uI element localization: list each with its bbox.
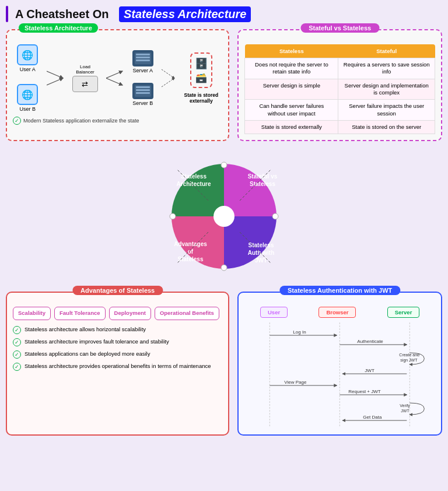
user-a-label: User A	[20, 66, 36, 72]
server-a-label: Server A	[132, 68, 153, 73]
adv-tag: Fault Tolerance	[54, 307, 106, 320]
adv-tags: ScalabilityFault ToleranceDeploymentOper…	[13, 307, 222, 320]
adv-item-text: Stateless applications can be deployed m…	[24, 350, 150, 357]
check-icon: ✓	[13, 363, 21, 371]
state-arrow-svg	[162, 61, 176, 96]
svg-point-9	[221, 265, 227, 271]
state-arrows	[162, 61, 176, 96]
svg-line-3	[106, 78, 123, 85]
server-b-label: Server B	[132, 100, 153, 106]
adv-item-text: Stateless architecture improves fault to…	[24, 338, 169, 345]
user-b-icon: 🌐	[17, 84, 38, 105]
stateless-cell: Can handle server failures without user …	[245, 100, 338, 121]
adv-item: ✓ Stateless architecture improves fault …	[13, 338, 222, 346]
state-label: State is storedexternally	[184, 92, 219, 104]
adv-item: ✓ Stateless applications can be deployed…	[13, 350, 222, 359]
svg-text:Verify: Verify	[400, 404, 411, 408]
arch-box-title: Stateless Architecture	[19, 23, 98, 33]
jwt-actor-user: User	[260, 307, 288, 318]
state-box: 🗄️ 🗃️	[190, 52, 212, 88]
svg-text:Get Data: Get Data	[363, 415, 383, 420]
check-icon: ✓	[13, 350, 21, 359]
svg-point-7	[221, 162, 227, 168]
jwt-box: Stateless Authentication with JWT User B…	[237, 292, 442, 436]
svg-text:Create and: Create and	[400, 353, 420, 357]
check-icon: ✓	[13, 338, 21, 346]
adv-item: ✓ Stateless architecture allows horizont…	[13, 326, 222, 334]
storage-icon: 🗃️	[195, 72, 207, 83]
check-icon: ✓	[13, 117, 21, 125]
advantages-box: Advantages of Stateless ScalabilityFault…	[6, 292, 229, 436]
server-b-icon	[132, 83, 153, 99]
pie-label-4: StatelessAuth withJWT	[236, 241, 286, 264]
jwt-actor-browser: Browser	[318, 307, 356, 318]
svg-text:Request + JWT: Request + JWT	[349, 389, 381, 394]
pie-label-1: StatelessArchitecture	[170, 173, 217, 188]
user-b-block: 🌐 User B	[17, 84, 38, 112]
adv-list: ✓ Stateless architecture allows horizont…	[13, 326, 222, 371]
arch-users: 🌐 User A 🌐 User B	[17, 44, 38, 112]
title-prefix: A Cheatsheet On	[15, 8, 108, 21]
svg-line-1	[47, 78, 63, 85]
user-a-icon: 🌐	[17, 44, 38, 65]
pie-container: StatelessArchitecture Stateful vsStatele…	[160, 152, 288, 280]
svg-line-5	[162, 78, 174, 87]
lb-icon: ⇄	[72, 76, 98, 92]
stateful-cell: State is stored on the server	[338, 121, 435, 134]
pie-label-2: Stateful vsStateless	[239, 173, 286, 188]
load-balancer-block: LoadBalancer ⇄	[72, 64, 98, 92]
svg-point-10	[170, 213, 176, 219]
adv-item: ✓ Stateless architecture provides operat…	[13, 363, 222, 371]
compare-table: Stateless Stateful Does not require the …	[244, 44, 435, 134]
svg-line-4	[162, 69, 174, 78]
middle-section: StatelessArchitecture Stateful vsStatele…	[6, 149, 442, 283]
server-a-icon	[132, 50, 153, 66]
arch-servers: Server A Server B	[132, 50, 153, 106]
top-row: Stateless Architecture 🌐 User A 🌐 User B	[6, 29, 442, 141]
table-row: State is stored externallyState is store…	[245, 121, 435, 134]
jwt-actor-server: Server	[387, 307, 420, 318]
pie-label-3: AdvantagesofStateless	[166, 240, 215, 263]
jwt-flow-svg: Log In Authenticate Create and sign JWT …	[244, 322, 435, 427]
server-b-block: Server B	[132, 83, 153, 106]
jwt-actors: User Browser Server	[244, 307, 435, 318]
table-row: Server design is simpleServer design and…	[245, 79, 435, 100]
user-a-block: 🌐 User A	[17, 44, 38, 72]
svg-line-2	[106, 71, 123, 78]
stateless-cell: Does not require the server to retain st…	[245, 58, 338, 79]
arrow-svg-right	[106, 66, 124, 90]
stateful-cell: Server design and implementation is comp…	[338, 79, 435, 100]
check-icon: ✓	[13, 326, 21, 334]
adv-item-text: Stateless architecture allows horizontal…	[24, 326, 146, 332]
svg-text:JWT: JWT	[365, 368, 375, 373]
arch-diagram: 🌐 User A 🌐 User B LoadBalancer	[13, 44, 222, 112]
svg-text:JWT: JWT	[401, 409, 410, 413]
arch-box: Stateless Architecture 🌐 User A 🌐 User B	[6, 29, 229, 141]
svg-line-0	[47, 71, 63, 78]
table-row: Does not require the server to retain st…	[245, 58, 435, 79]
left-arrows	[47, 66, 64, 90]
title-bar-decoration	[6, 6, 8, 22]
table-row: Can handle server failures without user …	[245, 100, 435, 121]
svg-text:View Page: View Page	[285, 380, 307, 385]
arch-note: ✓ Modern Stateless application externali…	[13, 117, 222, 125]
col-header-stateless: Stateless	[245, 44, 338, 58]
stateless-cell: State is stored externally	[245, 121, 338, 134]
bottom-row: Advantages of Stateless ScalabilityFault…	[6, 292, 442, 436]
server-a-block: Server A	[132, 50, 153, 73]
page-title: A Cheatsheet On Stateless Architecture	[6, 6, 442, 22]
database-icon: 🗄️	[195, 57, 208, 70]
lb-label-top: LoadBalancer	[76, 64, 94, 75]
title-accent: Stateless Architecture	[119, 6, 251, 22]
arch-note-text: Modern Stateless application externalize…	[23, 118, 139, 124]
state-stored-block: 🗄️ 🗃️ State is storedexternally	[184, 52, 219, 104]
advantages-box-title: Advantages of Stateless	[72, 286, 163, 295]
jwt-diagram: User Browser Server Log In Authenticate …	[244, 307, 435, 429]
svg-text:sign JWT: sign JWT	[401, 358, 418, 363]
adv-tag: Operational Benefits	[155, 307, 219, 320]
stateful-cell: Server failure impacts the user session	[338, 100, 435, 121]
adv-item-text: Stateless architecture provides operatio…	[24, 363, 211, 369]
svg-point-8	[272, 213, 278, 219]
svg-text:Authenticate: Authenticate	[358, 339, 384, 344]
adv-tag: Deployment	[109, 307, 151, 320]
